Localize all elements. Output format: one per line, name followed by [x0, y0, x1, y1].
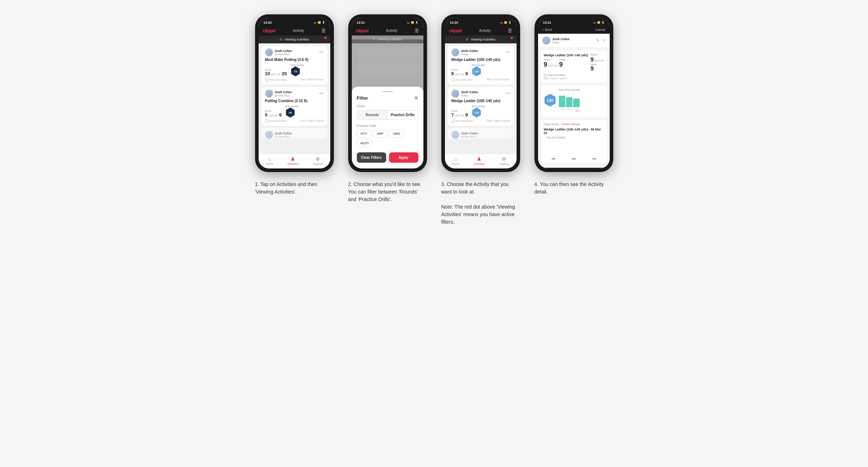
battery-icon-4: 🔋	[601, 21, 605, 24]
status-icons-3: ▪▪▪ 📶 🔋	[500, 21, 511, 24]
quality-badge-3-2: 118	[471, 108, 481, 118]
caption-text-4: You can then see the Activity detail.	[534, 181, 604, 195]
outof-3-2: OUT OF	[455, 114, 464, 117]
top-nav-1: clippd Activity ☰	[259, 26, 330, 35]
apply-button[interactable]: Apply	[389, 152, 418, 163]
status-icons-4: ▪▪▪ 📶 🔋	[593, 21, 604, 24]
outof-right-4: OUT OF	[594, 59, 604, 62]
avg-quality-label-4: Avg Shot Quality	[559, 88, 580, 91]
filter-bar-1[interactable]: ⚙ Viewing Activities	[259, 35, 330, 43]
clear-filters-button[interactable]: Clear Filters	[357, 152, 386, 163]
user-date-4: Today	[552, 41, 570, 44]
modal-header: Filter ✕	[357, 95, 418, 101]
more-options-1-1[interactable]: •••	[319, 50, 324, 55]
activity-card-1-3: Josh Coles 28 Feb 2023	[262, 128, 327, 139]
card-header-3-2: Josh Coles Today •••	[451, 90, 510, 97]
drill-ott[interactable]: OTT	[357, 130, 371, 138]
hamburger-icon-2[interactable]: ☰	[415, 28, 419, 33]
modal-title: Filter	[357, 95, 368, 101]
red-dot-3	[510, 37, 513, 39]
card-header-1-3: Josh Coles 28 Feb 2023	[265, 131, 324, 139]
shots-label-right-4: Shots	[590, 63, 604, 66]
avatar-name-1-1: Josh Coles 28 Feb 2023	[265, 48, 292, 56]
score-value-3-1: 9	[451, 71, 454, 76]
logo-1: clippd	[263, 28, 275, 33]
nav-home-3[interactable]: ⌂ Home	[452, 156, 459, 166]
hamburger-icon-1[interactable]: ☰	[322, 28, 326, 33]
filter-icon-1: ⚙	[279, 38, 282, 41]
footer-left-3-2: i Test Information	[451, 119, 474, 123]
user-date-1-3: 28 Feb 2023	[275, 135, 292, 138]
card-footer-3-2: i Test Information Data: Clippd Capture	[451, 119, 510, 123]
top-nav-2: clippd Activity ☰	[352, 26, 423, 35]
home-icon-3: ⌂	[454, 156, 457, 162]
nav-capture-3[interactable]: ⊕ Capture	[499, 156, 509, 166]
score-label-1-2: Score	[265, 110, 282, 112]
drill-putt[interactable]: PUTT	[357, 139, 373, 147]
info-icon-1-1: i	[265, 78, 269, 82]
back-button-4[interactable]: < Back	[542, 28, 552, 32]
card-header-1-1: Josh Coles 28 Feb 2023 •••	[265, 48, 324, 56]
capture-label-1: Capture	[313, 162, 323, 166]
nav-home-1[interactable]: ⌂ Home	[265, 156, 273, 166]
card-footer-1-2: i Test Information Data: Clippd Capture	[265, 119, 324, 123]
practice-drills-toggle[interactable]: Practice Drills	[388, 110, 418, 119]
card-header-1-2: Josh Coles 28 Feb 2023 •••	[265, 90, 324, 97]
nav-activities-1[interactable]: ♟ Activities	[287, 156, 299, 166]
activity-title-3-1: Wedge Ladder (100–140 yds)	[451, 58, 510, 62]
filter-modal: Filter ✕ Show Rounds Practice Drills Pra…	[352, 87, 423, 168]
rounds-toggle[interactable]: Rounds	[357, 110, 388, 119]
caption-2: 2. Choose what you'd like to see. You ca…	[348, 181, 427, 203]
status-icons-1: ▪▪▪ 📶 🔋	[314, 21, 325, 24]
more-options-3-2[interactable]: •••	[505, 91, 510, 96]
expand-icon-4[interactable]: ⤢	[602, 38, 605, 43]
red-dot-1	[324, 37, 327, 39]
activities-icon-1: ♟	[291, 156, 295, 162]
quality-badge-1-1: 75	[291, 66, 301, 76]
activities-label-3: Activities	[474, 162, 485, 166]
signal-icon-3: ▪▪▪	[500, 22, 503, 24]
user-name-1-3: Josh Coles	[275, 132, 292, 135]
avatar-name-1-3: Josh Coles 28 Feb 2023	[265, 131, 292, 139]
back-activities-button-4[interactable]: Back to Activities	[541, 168, 607, 168]
hamburger-icon-3[interactable]: ☰	[508, 28, 512, 33]
caption-3: 3. Choose the Activity that you want to …	[441, 181, 520, 226]
session-bar-col-2: 129	[564, 158, 584, 160]
cancel-button-4[interactable]: Cancel	[595, 28, 605, 32]
footer-right-3-1: Data: Clippd Capture	[486, 78, 510, 82]
detail-header-4: < Back Cancel	[538, 26, 610, 34]
footer-left-1-2: i Test Information	[265, 119, 287, 123]
name-date-3-1: Josh Coles Today	[461, 49, 478, 56]
user-date-1-2: 28 Feb 2023	[275, 94, 292, 97]
quality-block-1-2: Shot Quality 45	[285, 105, 299, 118]
info-icon-3-2: i	[451, 119, 455, 123]
activity-card-3-2[interactable]: Josh Coles Today ••• Wedge Ladder (100–1…	[448, 87, 514, 126]
status-icons-2: ▪▪▪ 📶 🔋	[407, 21, 418, 24]
score-label-right-4: Score	[590, 53, 604, 56]
activity-card-3-1[interactable]: Josh Coles Today ••• Wedge Ladder (100–1…	[448, 46, 514, 85]
wifi-icon-3: 📶	[504, 21, 507, 24]
battery-icon-2: 🔋	[415, 21, 418, 24]
more-options-1-2[interactable]: •••	[319, 91, 324, 96]
edit-icon-4[interactable]: ✎	[596, 38, 599, 43]
quality-badge-1-2: 45	[285, 108, 295, 118]
session-label-4: Player Activity - Practice Session	[544, 123, 604, 125]
drill-arg[interactable]: ARG	[389, 130, 404, 138]
detail-title-4: Wedge Ladder (100–140 yds)	[544, 53, 588, 57]
shots-value-3-1: 9	[465, 71, 468, 76]
nav-activities-3[interactable]: ♟ Activities	[474, 156, 485, 166]
chart-bar-4-3	[573, 99, 580, 107]
nav-capture-1[interactable]: ⊕ Capture	[313, 156, 323, 166]
user-name-1-1: Josh Coles	[275, 49, 292, 53]
name-date-3-2: Josh Coles Today	[461, 90, 478, 97]
filter-bar-3[interactable]: ⚙ Viewing Activities	[445, 35, 517, 43]
drill-app[interactable]: APP	[373, 130, 388, 138]
quality-hex-4: 130	[544, 94, 557, 107]
close-modal-button[interactable]: ✕	[414, 95, 418, 101]
more-options-3-1[interactable]: •••	[505, 50, 510, 55]
footer-right-1-2: Data: Clippd Capture	[300, 119, 323, 123]
score-value-right-4: 9	[590, 57, 594, 63]
session-link-4[interactable]: Practice Session	[561, 123, 580, 125]
app-label-4: APP	[559, 110, 580, 112]
phone-inner-1: 13:20 ▪▪▪ 📶 🔋 clippd Activity ☰ ⚙ Vi	[259, 18, 330, 168]
